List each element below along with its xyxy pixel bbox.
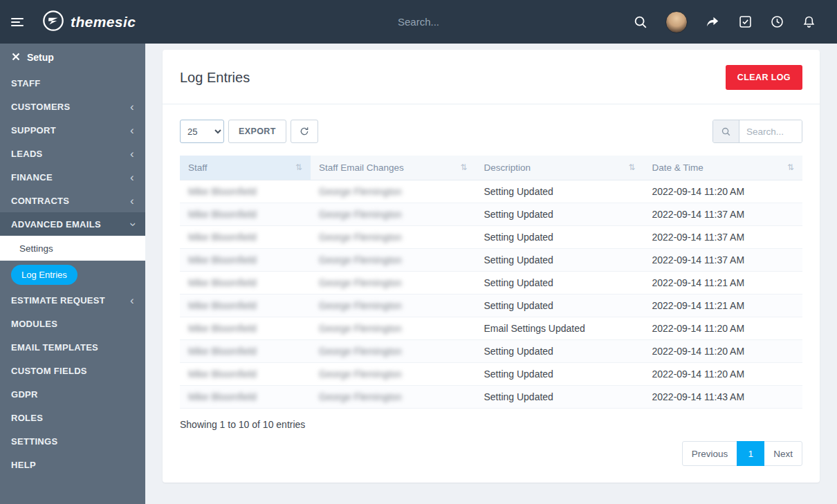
table-row: Mike BloomfieldGeorge FlemingtonEmail Se… (180, 317, 802, 340)
datetime-cell: 2022-09-14 11:20 AM (644, 363, 803, 386)
chevron-left-icon: ‹ (130, 101, 134, 113)
column-header-date-time[interactable]: Date & Time⇅ (644, 156, 803, 180)
sidebar-item-support[interactable]: SUPPORT‹ (0, 118, 145, 142)
hamburger-menu-icon[interactable] (11, 18, 24, 26)
column-label: Staff (188, 162, 208, 173)
column-label: Staff Email Changes (319, 162, 404, 173)
sidebar-item-label: LEADS (11, 149, 43, 159)
sidebar-item-label: EMAIL TEMPLATES (11, 342, 98, 353)
sidebar-item-settings[interactable]: Settings (0, 236, 145, 261)
description-cell: Setting Updated (476, 363, 644, 386)
clear-log-button[interactable]: CLEAR LOG (726, 65, 802, 90)
column-label: Date & Time (652, 162, 703, 173)
description-cell: Setting Updated (476, 272, 644, 295)
table-search-icon[interactable] (713, 120, 739, 142)
forward-icon[interactable] (705, 14, 721, 30)
sort-icon: ⇅ (628, 162, 635, 172)
user-avatar[interactable] (665, 11, 688, 33)
email-changes-cell: George Flemington (311, 386, 476, 409)
table-search-input[interactable] (739, 120, 802, 142)
sidebar-item-log-entries[interactable]: Log Entries (0, 261, 145, 288)
sort-icon: ⇅ (460, 162, 467, 172)
description-cell: Setting Updated (476, 295, 644, 317)
table-search (712, 120, 802, 143)
sidebar-item-advanced-emails[interactable]: ADVANCED EMAILS‹ (0, 212, 145, 236)
table-row: Mike BloomfieldGeorge FlemingtonSetting … (180, 363, 802, 386)
global-search-input[interactable] (301, 15, 536, 28)
sort-icon: ⇅ (295, 162, 302, 172)
sidebar: Setup STAFFCUSTOMERS‹SUPPORT‹LEADS‹FINAN… (0, 44, 145, 504)
close-icon[interactable] (12, 52, 20, 63)
staff-cell: Mike Bloomfield (180, 203, 311, 226)
datetime-cell: 2022-09-14 11:20 AM (644, 180, 803, 203)
table-body: Mike BloomfieldGeorge FlemingtonSetting … (180, 180, 802, 409)
chevron-left-icon: ‹ (130, 295, 134, 306)
clock-icon[interactable] (770, 15, 784, 29)
datetime-cell: 2022-09-14 11:37 AM (644, 226, 803, 249)
sidebar-item-email-templates[interactable]: EMAIL TEMPLATES (0, 335, 145, 359)
description-cell: Setting Updated (476, 249, 644, 272)
description-cell: Email Settings Updated (476, 317, 644, 340)
sidebar-item-label: STAFF (11, 78, 40, 88)
sidebar-item-estimate-request[interactable]: ESTIMATE REQUEST‹ (0, 288, 145, 312)
email-changes-cell: George Flemington (311, 226, 476, 249)
email-changes-cell: George Flemington (311, 295, 476, 317)
page-size-select[interactable]: 25 (180, 120, 224, 143)
setup-header[interactable]: Setup (0, 44, 145, 71)
app-logo[interactable]: themesic (42, 9, 136, 35)
sidebar-item-label: CUSTOM FIELDS (11, 366, 87, 376)
showing-entries-text: Showing 1 to 10 of 10 entries (180, 419, 802, 430)
sidebar-item-help[interactable]: HELP (0, 453, 145, 476)
export-button[interactable]: EXPORT (228, 120, 286, 143)
notifications-bell-icon[interactable] (802, 15, 816, 29)
tasks-check-icon[interactable] (738, 15, 753, 29)
staff-cell: Mike Bloomfield (180, 226, 311, 249)
table-row: Mike BloomfieldGeorge FlemingtonSetting … (180, 386, 802, 409)
sidebar-item-custom-fields[interactable]: CUSTOM FIELDS (0, 359, 145, 382)
staff-cell: Mike Bloomfield (180, 295, 311, 317)
sidebar-item-modules[interactable]: MODULES (0, 312, 145, 335)
column-header-description[interactable]: Description⇅ (476, 156, 644, 180)
datetime-cell: 2022-09-14 11:43 AM (644, 386, 803, 409)
sidebar-menu: STAFFCUSTOMERS‹SUPPORT‹LEADS‹FINANCE‹CON… (0, 71, 145, 476)
chevron-left-icon: ‹ (130, 195, 134, 207)
description-cell: Setting Updated (476, 203, 644, 226)
email-changes-cell: George Flemington (311, 317, 476, 340)
log-entries-table: Staff⇅Staff Email Changes⇅Description⇅Da… (180, 156, 802, 409)
staff-cell: Mike Bloomfield (180, 317, 311, 340)
sidebar-item-gdpr[interactable]: GDPR (0, 382, 145, 406)
logo-text: themesic (71, 14, 136, 30)
sidebar-item-label: CONTRACTS (11, 196, 69, 206)
chevron-down-icon: ‹ (127, 222, 138, 226)
page-title: Log Entries (180, 70, 250, 86)
refresh-button[interactable] (291, 120, 318, 143)
search-icon[interactable] (633, 15, 648, 30)
chevron-left-icon: ‹ (130, 171, 134, 183)
sidebar-item-leads[interactable]: LEADS‹ (0, 142, 145, 165)
sidebar-item-customers[interactable]: CUSTOMERS‹ (0, 95, 145, 118)
log-entries-card: Log Entries CLEAR LOG 25 EXPORT (163, 50, 820, 483)
description-cell: Setting Updated (476, 226, 644, 249)
column-header-staff[interactable]: Staff⇅ (180, 156, 311, 180)
datetime-cell: 2022-09-14 11:20 AM (644, 317, 803, 340)
sidebar-item-label: SETTINGS (11, 436, 57, 447)
sidebar-item-settings[interactable]: SETTINGS (0, 429, 145, 453)
column-header-staff-email-changes[interactable]: Staff Email Changes⇅ (311, 156, 476, 180)
sidebar-item-contracts[interactable]: CONTRACTS‹ (0, 189, 145, 212)
topbar-icons (633, 11, 837, 33)
sidebar-item-finance[interactable]: FINANCE‹ (0, 165, 145, 189)
card-header: Log Entries CLEAR LOG (163, 50, 820, 104)
global-search (301, 15, 536, 28)
staff-cell: Mike Bloomfield (180, 386, 311, 409)
description-cell: Setting Updated (476, 180, 644, 203)
pagination-next[interactable]: Next (764, 441, 802, 466)
topbar: themesic (0, 0, 837, 44)
sidebar-item-roles[interactable]: ROLES (0, 406, 145, 429)
logo-icon (42, 9, 65, 35)
table-row: Mike BloomfieldGeorge FlemingtonSetting … (180, 340, 802, 363)
sidebar-item-label: MODULES (11, 319, 57, 329)
pagination-page-1[interactable]: 1 (737, 441, 764, 466)
pagination-previous[interactable]: Previous (682, 441, 738, 466)
sidebar-item-staff[interactable]: STAFF (0, 71, 145, 95)
datetime-cell: 2022-09-14 11:21 AM (644, 272, 803, 295)
